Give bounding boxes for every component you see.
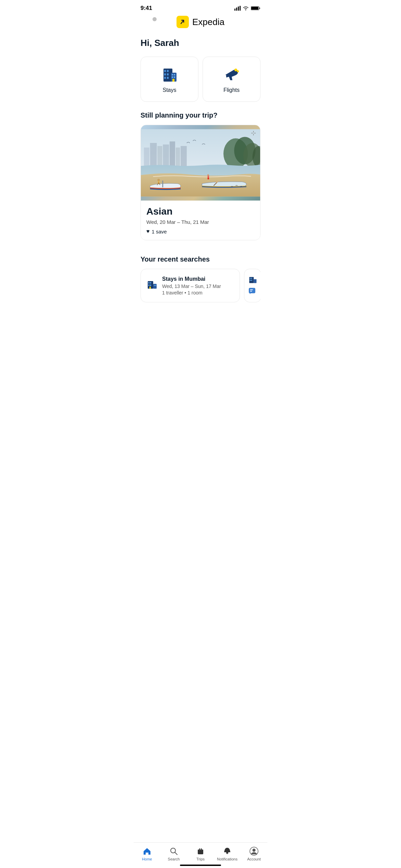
search-dates: Wed, 13 Mar – Sun, 17 Mar: [162, 284, 234, 289]
svg-point-42: [207, 174, 209, 176]
wifi-icon: [243, 6, 249, 11]
svg-rect-51: [149, 287, 151, 289]
chat-partial-icon: [248, 287, 257, 296]
hotel-partial-icon: [248, 275, 257, 284]
greeting-text: Hi, Sarah: [141, 38, 260, 48]
recent-searches-section: Your recent searches Stays in Mumbai: [134, 255, 267, 309]
svg-rect-9: [164, 70, 166, 72]
flights-card[interactable]: Flights: [203, 57, 260, 102]
svg-rect-50: [155, 285, 156, 286]
bookmark-icon[interactable]: ⊹: [251, 129, 256, 137]
camera-dot: [153, 17, 157, 21]
search-title: Stays in Mumbai: [162, 276, 234, 282]
main-content: Hi, Sarah Stays: [134, 32, 267, 255]
svg-point-21: [234, 69, 237, 71]
hotel-search-icon: [146, 279, 157, 292]
status-time: 9:41: [141, 5, 152, 12]
status-bar: 9:41: [134, 0, 267, 14]
svg-rect-55: [250, 280, 251, 281]
service-cards-container: Stays Flights: [141, 57, 260, 102]
svg-rect-3: [240, 6, 241, 11]
svg-rect-58: [249, 288, 255, 293]
expedia-logo-icon: [177, 16, 189, 28]
svg-rect-56: [251, 280, 252, 281]
svg-rect-13: [164, 77, 166, 79]
svg-rect-54: [251, 278, 252, 279]
svg-rect-53: [250, 278, 251, 279]
svg-rect-17: [174, 74, 175, 75]
planning-title: Still planning your trip?: [141, 111, 260, 119]
plane-flights-icon: [223, 65, 241, 83]
svg-point-22: [237, 70, 239, 72]
svg-rect-1: [236, 8, 237, 11]
svg-rect-0: [234, 9, 235, 11]
battery-icon: [251, 6, 260, 11]
svg-rect-14: [167, 77, 169, 79]
search-details: 1 traveller • 1 room: [162, 290, 234, 296]
trip-card[interactable]: ⊹ Asian Wed, 20 Mar – Thu, 21 Mar ♥ 1 sa…: [141, 125, 260, 240]
building-stays-icon: [161, 65, 179, 83]
app-name: Expedia: [192, 17, 224, 27]
stays-label: Stays: [162, 87, 176, 93]
search-card-info: Stays in Mumbai Wed, 13 Mar – Sun, 17 Ma…: [162, 276, 234, 296]
stays-card[interactable]: Stays: [141, 57, 198, 102]
svg-rect-19: [174, 76, 175, 78]
svg-point-36: [157, 179, 160, 181]
app-header: Expedia: [134, 14, 267, 32]
svg-rect-12: [167, 73, 169, 75]
search-card-partial[interactable]: [244, 269, 260, 302]
trip-image: ⊹: [141, 125, 260, 201]
svg-rect-46: [148, 285, 149, 286]
svg-rect-41: [208, 176, 209, 179]
svg-rect-35: [162, 181, 163, 188]
svg-rect-45: [150, 282, 151, 284]
signal-icon: [234, 6, 241, 11]
saves-count: 1 save: [152, 229, 167, 234]
svg-rect-6: [251, 7, 258, 10]
svg-rect-59: [250, 289, 253, 290]
svg-point-40: [216, 181, 218, 183]
svg-rect-44: [148, 282, 149, 284]
svg-point-4: [245, 10, 246, 10]
trip-dates: Wed, 20 Mar – Thu, 21 Mar: [146, 219, 255, 225]
flights-label: Flights: [223, 87, 240, 93]
trip-saves: ♥ 1 save: [146, 228, 255, 234]
svg-rect-60: [250, 291, 252, 291]
searches-row: Stays in Mumbai Wed, 13 Mar – Sun, 17 Ma…: [141, 269, 260, 302]
svg-rect-10: [167, 70, 169, 72]
svg-rect-16: [172, 74, 173, 75]
search-card-mumbai[interactable]: Stays in Mumbai Wed, 13 Mar – Sun, 17 Ma…: [141, 269, 240, 302]
heart-icon: ♥: [146, 228, 150, 234]
svg-rect-11: [164, 73, 166, 75]
svg-rect-48: [153, 284, 157, 289]
trip-info: Asian Wed, 20 Mar – Thu, 21 Mar ♥ 1 save: [141, 201, 260, 240]
svg-rect-2: [238, 7, 239, 11]
svg-rect-47: [150, 285, 151, 286]
svg-rect-20: [172, 79, 174, 82]
svg-rect-49: [154, 285, 155, 286]
trip-name: Asian: [146, 206, 255, 217]
svg-rect-18: [172, 76, 173, 78]
svg-rect-57: [254, 279, 256, 283]
recent-searches-title: Your recent searches: [141, 255, 260, 263]
logo-container: Expedia: [177, 16, 224, 28]
status-icons: [234, 6, 260, 11]
